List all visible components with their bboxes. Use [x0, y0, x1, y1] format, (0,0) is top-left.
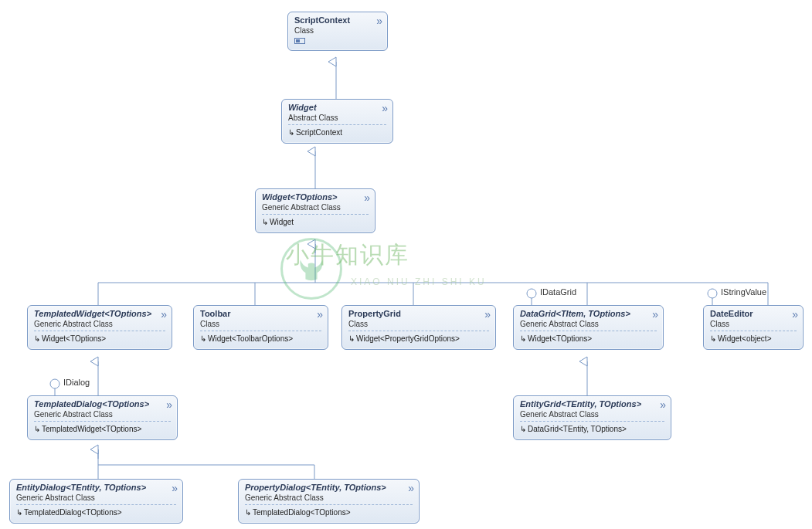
- interface-label-idialog: IDialog: [63, 378, 90, 387]
- class-base: Widget<TOptions>: [42, 334, 106, 343]
- class-box-widget[interactable]: » Widget Abstract Class ↳ScriptContext: [281, 99, 393, 144]
- class-base: Widget<object>: [718, 334, 772, 343]
- class-title: PropertyDialog<TEntity, TOptions>: [245, 483, 413, 492]
- class-title: EntityGrid<TEntity, TOptions>: [520, 399, 664, 409]
- connectors: [0, 0, 812, 529]
- class-box-widget-toptions[interactable]: » Widget<TOptions> Generic Abstract Clas…: [255, 188, 375, 233]
- class-type: Class: [200, 320, 321, 328]
- class-base: ScriptContext: [296, 128, 342, 137]
- svg-point-0: [50, 379, 59, 388]
- interface-label-istringvalue: IStringValue: [721, 287, 766, 297]
- class-base: Widget<ToolbarOptions>: [208, 334, 293, 343]
- class-type: Abstract Class: [288, 114, 386, 122]
- chevron-down-icon[interactable]: »: [382, 103, 388, 114]
- class-title: TemplatedWidget<TOptions>: [34, 309, 165, 318]
- class-type: Generic Abstract Class: [34, 410, 171, 419]
- class-box-propertydialog[interactable]: » PropertyDialog<TEntity, TOptions> Gene…: [238, 479, 420, 524]
- class-base: Widget<TOptions>: [528, 334, 592, 343]
- chevron-down-icon[interactable]: »: [166, 399, 172, 410]
- class-type: Generic Abstract Class: [34, 320, 165, 328]
- class-type: Generic Abstract Class: [245, 493, 413, 502]
- class-type: Class: [710, 320, 797, 328]
- watermark-subtitle: XIAO NIU ZHI SHI KU: [351, 276, 487, 287]
- class-title: PropertyGrid: [348, 309, 489, 318]
- chevron-down-icon[interactable]: »: [364, 192, 370, 203]
- class-base: DataGrid<TEntity, TOptions>: [528, 425, 627, 433]
- chevron-down-icon[interactable]: »: [792, 309, 798, 320]
- chevron-down-icon[interactable]: »: [484, 309, 491, 320]
- svg-point-1: [527, 289, 536, 298]
- class-base: TemplatedDialog<TOptions>: [24, 508, 122, 517]
- chevron-down-icon[interactable]: »: [660, 399, 666, 410]
- class-box-entitygrid[interactable]: » EntityGrid<TEntity, TOptions> Generic …: [513, 395, 671, 440]
- chevron-down-icon[interactable]: »: [161, 309, 167, 320]
- tag-icon: [294, 38, 305, 44]
- class-title: EntityDialog<TEntity, TOptions>: [16, 483, 176, 492]
- chevron-down-icon[interactable]: »: [408, 483, 414, 493]
- class-title: Widget<TOptions>: [262, 192, 369, 202]
- class-title: TemplatedDialog<TOptions>: [34, 399, 171, 409]
- class-title: DateEditor: [710, 309, 797, 318]
- class-box-entitydialog[interactable]: » EntityDialog<TEntity, TOptions> Generi…: [9, 479, 183, 524]
- class-box-scriptcontext[interactable]: » ScriptContext Class: [287, 12, 388, 51]
- class-box-toolbar[interactable]: » Toolbar Class ↳Widget<ToolbarOptions>: [193, 305, 328, 350]
- class-box-templatedwidget[interactable]: » TemplatedWidget<TOptions> Generic Abst…: [27, 305, 172, 350]
- class-box-dateeditor[interactable]: » DateEditor Class ↳Widget<object>: [703, 305, 804, 350]
- class-type: Generic Abstract Class: [16, 493, 176, 502]
- class-box-propertygrid[interactable]: » PropertyGrid Class ↳Widget<PropertyGri…: [341, 305, 496, 350]
- class-type: Generic Abstract Class: [520, 410, 664, 419]
- class-type: Generic Abstract Class: [520, 320, 657, 328]
- class-title: Toolbar: [200, 309, 321, 318]
- class-base: TemplatedWidget<TOptions>: [42, 425, 141, 433]
- class-base: Widget: [270, 218, 294, 226]
- class-type: Generic Abstract Class: [262, 203, 369, 212]
- chevron-down-icon[interactable]: »: [317, 309, 323, 320]
- watermark-icon: [295, 253, 328, 286]
- class-title: Widget: [288, 103, 386, 112]
- watermark-circle: [280, 238, 342, 300]
- class-box-datagrid[interactable]: » DataGrid<TItem, TOptions> Generic Abst…: [513, 305, 664, 350]
- class-title: ScriptContext: [294, 15, 381, 25]
- chevron-down-icon[interactable]: »: [376, 15, 382, 26]
- chevron-down-icon[interactable]: »: [172, 483, 178, 493]
- svg-point-2: [708, 289, 717, 298]
- class-base: TemplatedDialog<TOptions>: [253, 508, 351, 517]
- chevron-down-icon[interactable]: »: [652, 309, 658, 320]
- class-box-templateddialog[interactable]: » TemplatedDialog<TOptions> Generic Abst…: [27, 395, 178, 440]
- watermark-title: 小牛知识库: [286, 239, 409, 271]
- class-type: Class: [348, 320, 489, 328]
- class-title: DataGrid<TItem, TOptions>: [520, 309, 657, 318]
- interface-label-idatagrid: IDataGrid: [540, 287, 576, 297]
- class-base: Widget<PropertyGridOptions>: [356, 334, 460, 343]
- class-type: Class: [294, 26, 381, 35]
